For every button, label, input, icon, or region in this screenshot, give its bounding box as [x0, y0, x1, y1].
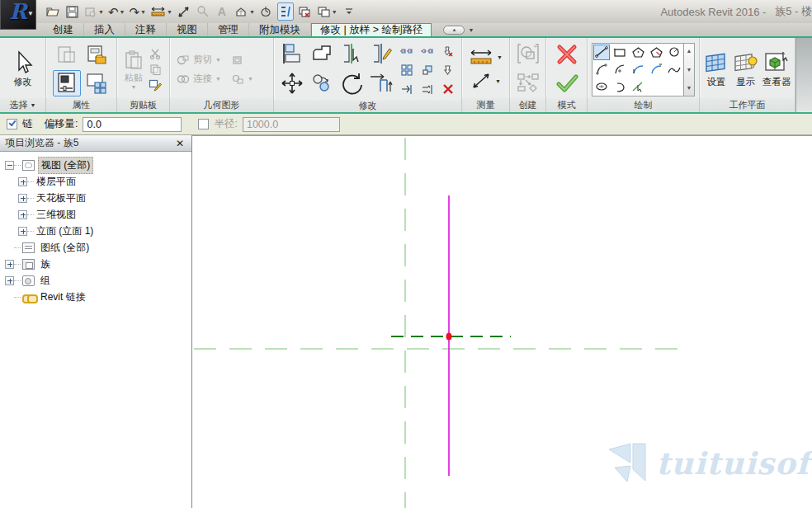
draw-spline-button[interactable]	[666, 62, 682, 78]
family-types-button[interactable]	[83, 42, 111, 68]
aligned-dimension-icon	[177, 5, 191, 19]
move-button[interactable]	[281, 72, 304, 98]
draw-ellipse-button[interactable]	[593, 79, 610, 95]
switch-windows-button[interactable]: ▼	[315, 2, 338, 21]
tab-addins[interactable]: 附加模块	[249, 23, 311, 36]
tab-annotate[interactable]: 注释	[125, 23, 167, 36]
tree-item-families[interactable]: 族	[0, 256, 191, 272]
drawing-area[interactable]: tuituisoft .com	[192, 135, 812, 508]
rectangle-icon	[613, 47, 626, 58]
ribbon-minimize-icon[interactable]: ▲	[443, 26, 465, 35]
draw-arc-center-button[interactable]	[611, 62, 628, 78]
offset-input[interactable]	[83, 117, 182, 132]
undo-button[interactable]: ↶▼	[107, 2, 126, 21]
redo-button[interactable]: ↷▼	[128, 2, 147, 21]
save-button[interactable]	[64, 2, 80, 21]
tree-item-sheets[interactable]: 图纸 (全部)	[0, 239, 191, 256]
tree-item-elevations[interactable]: 立面 (立面 1)	[0, 223, 191, 239]
tab-modify-sketch-path[interactable]: 修改 | 放样 > 绘制路径	[311, 23, 432, 36]
tree-item-revit-links[interactable]: Revit 链接	[0, 289, 191, 305]
paste-icon	[124, 49, 144, 71]
project-browser-titlebar[interactable]: 项目浏览器 - 族5 ✕	[0, 135, 191, 152]
path-point[interactable]	[446, 333, 452, 341]
tab-manage[interactable]: 管理	[208, 23, 249, 36]
expand-expander[interactable]	[18, 210, 27, 219]
delete-button[interactable]	[441, 82, 456, 96]
matrix-array-button[interactable]	[399, 64, 414, 77]
tab-view[interactable]: 视图	[167, 23, 208, 36]
align-button[interactable]	[281, 42, 304, 68]
close-hidden-windows-button[interactable]	[296, 2, 313, 21]
draw-circle-button[interactable]	[666, 45, 682, 60]
panel-label-clipboard: 剪贴板	[117, 98, 169, 112]
radius-checkbox[interactable]	[198, 119, 209, 129]
scroll-up-icon[interactable]: ▲	[684, 44, 694, 59]
draw-rectangle-button[interactable]	[611, 45, 628, 60]
draw-pick-lines-button[interactable]	[630, 79, 646, 95]
draw-gallery-scrollbar[interactable]: ▲ ▼ ▼	[684, 43, 695, 96]
workplane-show-button[interactable]: 显示	[732, 50, 760, 88]
match-type-button[interactable]	[148, 78, 163, 92]
draw-inscribed-polygon-button[interactable]	[630, 45, 646, 60]
trim-single-button[interactable]	[399, 82, 414, 96]
demolish-icon	[231, 54, 244, 66]
rotate-button[interactable]	[339, 71, 364, 99]
panel-label-modify: 修改	[274, 100, 461, 112]
chevron-down-icon[interactable]: ▼	[468, 27, 474, 33]
scale-button[interactable]	[420, 64, 435, 77]
ribbon-minimize-control[interactable]: ▲ ▼	[443, 23, 474, 36]
wall-centerline-button[interactable]	[399, 45, 414, 58]
chain-checkbox[interactable]	[7, 119, 17, 129]
tree-item-ceiling-plans[interactable]: 天花板平面	[0, 190, 191, 206]
expand-expander[interactable]	[5, 260, 14, 269]
finish-sketch-button[interactable]	[555, 74, 578, 96]
tab-insert[interactable]: 插入	[84, 23, 125, 36]
expand-expander[interactable]	[18, 227, 27, 236]
expand-expander[interactable]	[18, 177, 27, 186]
tree-item-floor-plans[interactable]: 楼层平面	[0, 173, 191, 190]
expand-expander[interactable]	[5, 276, 14, 285]
revit-window: R ▼ ▼ ↶▼ ↷▼ ▼	[0, 0, 812, 508]
draw-arc-ser-button[interactable]	[593, 62, 610, 78]
customize-qat-button[interactable]	[341, 2, 357, 21]
workplane-viewer-button[interactable]: 查看器	[762, 50, 792, 88]
application-menu-button[interactable]: R ▼	[0, 0, 36, 30]
pin-button[interactable]	[441, 64, 456, 77]
trim-extend-button[interactable]	[369, 72, 394, 98]
draw-partial-ellipse-button[interactable]	[611, 79, 628, 95]
open-button[interactable]	[45, 2, 61, 21]
expand-expander[interactable]	[18, 194, 27, 203]
default-3d-view-button[interactable]: ▼	[233, 2, 256, 21]
section-button[interactable]	[258, 2, 275, 21]
gallery-expand-icon[interactable]: ▼	[684, 81, 694, 96]
draw-line-button[interactable]	[593, 45, 610, 60]
draw-circumscribed-polygon-button[interactable]	[648, 45, 664, 60]
modify-tool-button[interactable]: 修改	[12, 50, 34, 88]
tree-item-views[interactable]: 视图 (全部)	[0, 157, 191, 173]
scroll-down-icon[interactable]: ▼	[684, 62, 694, 77]
close-icon[interactable]: ✕	[173, 138, 186, 149]
cope-button[interactable]	[310, 43, 333, 68]
properties-toggle-button[interactable]	[53, 70, 81, 96]
tree-item-3d-views[interactable]: 三维视图	[0, 206, 191, 223]
measure-button[interactable]: ▼	[149, 2, 173, 21]
collapse-expander[interactable]	[5, 161, 14, 170]
unpin-button[interactable]	[441, 45, 456, 58]
panel-label-select[interactable]: 选择▼	[0, 98, 45, 112]
draw-arc-tangent-button[interactable]	[630, 62, 646, 78]
copy-button[interactable]	[310, 73, 333, 97]
measure-between-button[interactable]: ▼	[469, 48, 503, 66]
workplane-set-button[interactable]: 设置	[702, 50, 730, 88]
split-element-button[interactable]	[340, 42, 363, 68]
aligned-dimension-ribbon-button[interactable]: ▼	[470, 71, 501, 91]
tab-create[interactable]: 创建	[43, 23, 84, 36]
aligned-dimension-button[interactable]	[176, 2, 192, 21]
cancel-sketch-button[interactable]	[555, 44, 578, 68]
split-with-gap-button[interactable]	[370, 42, 393, 68]
thin-lines-button[interactable]	[277, 2, 294, 21]
core-centerline-button[interactable]	[420, 45, 435, 58]
trim-multiple-button[interactable]	[420, 82, 435, 96]
draw-arc-fillet-button[interactable]	[648, 62, 664, 78]
tree-item-groups[interactable]: 组	[0, 272, 191, 289]
family-category-button[interactable]	[83, 70, 111, 96]
